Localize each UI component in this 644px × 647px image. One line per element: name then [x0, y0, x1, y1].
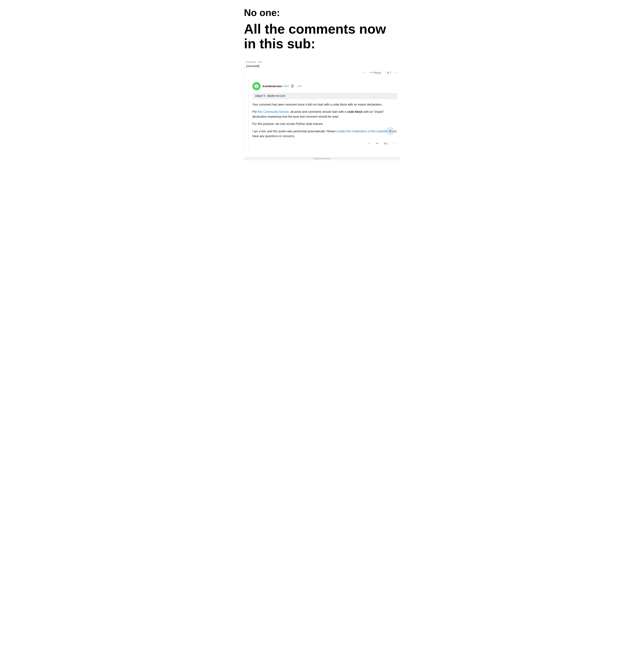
deleted-author: [deleted] — [246, 61, 256, 63]
automod-reply-icon-button[interactable]: ↩ — [375, 141, 379, 146]
deleted-time: 31m — [258, 61, 262, 63]
more-options-button[interactable]: ··· — [361, 70, 366, 75]
footer-text: ProgrammerHumor.io — [313, 158, 331, 160]
vote-icon: ⧺ — [386, 71, 389, 74]
vote-score: 1 — [390, 71, 391, 74]
more-options-label: ··· — [362, 71, 365, 74]
reply-button[interactable]: ↩ Reply — [369, 70, 382, 75]
automod-dot: · — [295, 85, 296, 87]
automod-vote-icon: ⧺ — [384, 142, 386, 145]
para2-bold: code block — [347, 110, 363, 113]
meme-title-small: No one: — [244, 7, 400, 18]
automod-para2: Per this Community Decree, all posts and… — [253, 110, 398, 119]
reply-icon: ↩ — [370, 71, 373, 74]
automod-para3: For this purpose, we only accept Python … — [253, 122, 398, 126]
chevron-down-icon: ∨ — [389, 129, 391, 133]
para4-link-italic: contact the moderators of this subreddit — [337, 130, 388, 133]
automod-comment-inner: AutoModerator MOD 🛡️ · 31m import modera… — [253, 82, 398, 146]
reply-label: Reply — [374, 71, 381, 74]
community-decree-link[interactable]: this Community Decree — [258, 110, 289, 113]
mod-badge: MOD — [283, 85, 289, 87]
automoderator-avatar-icon — [254, 84, 259, 89]
comment-section: [deleted] · 31m [removed] ··· ↩ Reply ⧺ … — [244, 59, 400, 150]
automoderator-username: AutoModerator — [263, 84, 283, 88]
vote-button[interactable]: ⧺ 1 — [385, 70, 392, 75]
automod-more-options-button[interactable]: ··· — [367, 141, 371, 146]
meme-title-large: All the comments now in this sub: — [244, 22, 400, 51]
deleted-comment-actions: ··· ↩ Reply ⧺ 1 - - — [246, 70, 400, 75]
contact-moderators-link[interactable]: contact the moderators of this subreddit — [337, 130, 388, 133]
deleted-comment-body: [removed] — [246, 65, 400, 68]
collapse-button[interactable]: ∨ — [386, 127, 395, 135]
para4-italic-prefix: I am a bot, and this action was performe… — [253, 130, 337, 133]
automod-vote-score: 1 — [387, 142, 388, 145]
automod-comment-actions: ··· ↩ ⧺ 1 - - — [253, 141, 398, 146]
automod-comment-header: AutoModerator MOD 🛡️ · 31m — [253, 82, 398, 90]
automod-para4: I am a bot, and this action was performe… — [253, 129, 398, 138]
deleted-comment: [deleted] · 31m [removed] ··· ↩ Reply ⧺ … — [244, 59, 400, 77]
automod-more-options-label: ··· — [368, 142, 370, 145]
mod-emoji: 🛡️ — [290, 84, 294, 88]
automod-reply-icon: ↩ — [376, 142, 378, 145]
automod-comment: AutoModerator MOD 🛡️ · 31m import modera… — [248, 79, 400, 150]
automod-score-dashes: - - — [393, 142, 395, 145]
automod-time: 31m — [297, 85, 302, 87]
code-block: import moderation — [253, 93, 398, 99]
score-dashes: - - — [396, 71, 398, 74]
automod-comment-meta: AutoModerator MOD 🛡️ · 31m — [263, 84, 302, 88]
automoderator-avatar — [253, 82, 261, 90]
para2-suffix: , all posts and comments should start wi… — [289, 110, 347, 113]
para2-prefix: Per — [253, 110, 258, 113]
automod-vote-button[interactable]: ⧺ 1 — [383, 141, 389, 146]
footer-bar: ProgrammerHumor.io — [244, 157, 400, 160]
automod-para1: Your comment has been removed since it d… — [253, 102, 398, 107]
deleted-dot: · — [256, 61, 257, 63]
automod-comment-body: Your comment has been removed since it d… — [253, 102, 398, 139]
deleted-comment-meta: [deleted] · 31m — [246, 61, 400, 63]
